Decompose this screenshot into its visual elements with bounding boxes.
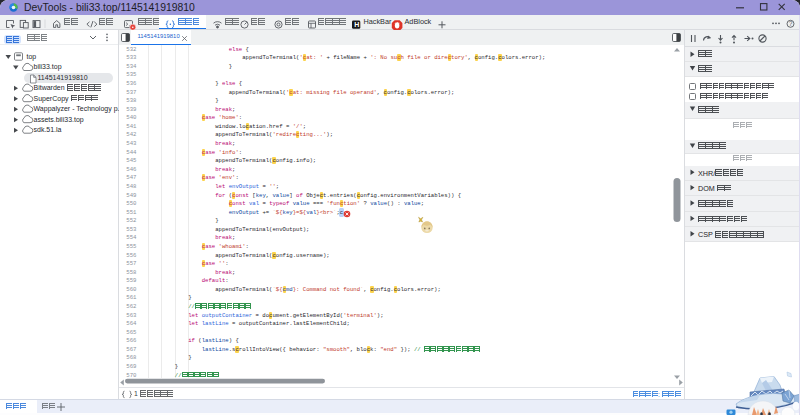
- svg-text:H: H: [354, 21, 359, 28]
- svg-text:?: ?: [789, 20, 793, 27]
